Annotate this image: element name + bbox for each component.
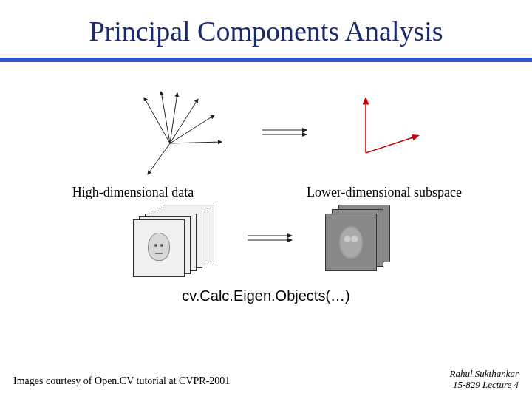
low-dim-axes-icon bbox=[340, 88, 429, 177]
author-name: Rahul Sukthankar bbox=[449, 369, 519, 379]
low-dim-label: Lower-dimensional subspace bbox=[288, 185, 480, 200]
svg-line-5 bbox=[170, 142, 222, 143]
high-dim-label: High-dimensional data bbox=[52, 185, 214, 200]
vector-labels: High-dimensional data Lower-dimensional … bbox=[30, 185, 502, 200]
function-call-label: cv.Calc.Eigen.Objects(…) bbox=[30, 287, 502, 304]
maps-to-arrow-icon bbox=[244, 227, 303, 249]
svg-line-10 bbox=[366, 136, 417, 153]
svg-line-6 bbox=[148, 143, 170, 174]
svg-line-2 bbox=[170, 93, 177, 143]
slide-title: Principal Components Analysis bbox=[0, 0, 532, 58]
image-credit: Images courtesy of Open.CV tutorial at C… bbox=[13, 375, 230, 387]
svg-line-4 bbox=[170, 115, 214, 143]
svg-line-3 bbox=[170, 99, 198, 143]
slide-footer: Rahul Sukthankar 15-829 Lecture 4 bbox=[449, 369, 519, 390]
eigenface-stack bbox=[325, 205, 399, 271]
faces-row bbox=[30, 205, 502, 271]
maps-to-arrow-icon bbox=[259, 121, 318, 143]
face-image-stack bbox=[133, 205, 222, 271]
course-lecture: 15-829 Lecture 4 bbox=[449, 380, 519, 390]
slide-content: High-dimensional data Lower-dimensional … bbox=[0, 62, 532, 304]
vector-row bbox=[30, 84, 502, 180]
high-dim-vectors-icon bbox=[103, 84, 236, 180]
